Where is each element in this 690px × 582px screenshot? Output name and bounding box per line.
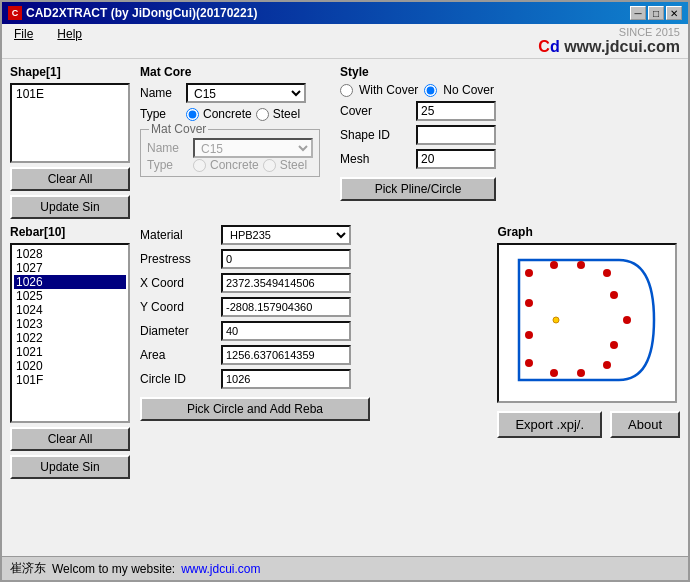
- shape-update-sin-button[interactable]: Update Sin: [10, 195, 130, 219]
- x-coord-input[interactable]: [221, 273, 351, 293]
- logo-since: SINCE 2015: [619, 26, 680, 38]
- rebar-dot-selected: [553, 317, 559, 323]
- mat-core-type-label: Type: [140, 107, 180, 121]
- logo-area: SINCE 2015 Cd www.jdcui.com: [538, 26, 680, 56]
- rebar-listbox[interactable]: 1028 1027 1026 1025 1024 1023 1022 1021 …: [10, 243, 130, 423]
- maximize-button[interactable]: □: [648, 6, 664, 20]
- window-controls: ─ □ ✕: [630, 6, 682, 20]
- style-group: Style With Cover No Cover Cover Shape ID: [340, 65, 496, 201]
- y-coord-input[interactable]: [221, 297, 351, 317]
- rebar-item-101F[interactable]: 101F: [14, 373, 126, 387]
- rebar-item-1028[interactable]: 1028: [14, 247, 126, 261]
- shape-listbox[interactable]: 101E: [10, 83, 130, 163]
- rebar-update-sin-button[interactable]: Update Sin: [10, 455, 130, 479]
- minimize-button[interactable]: ─: [630, 6, 646, 20]
- material-select[interactable]: HPB235: [221, 225, 351, 245]
- pick-circle-button[interactable]: Pick Circle and Add Reba: [140, 397, 370, 421]
- mat-core-name-row: Name C15: [140, 83, 320, 103]
- mat-cover-type-label: Type: [147, 158, 187, 172]
- style-no-cover-radio[interactable]: [424, 84, 437, 97]
- circle-id-row: Circle ID: [140, 369, 487, 389]
- style-with-cover-radio[interactable]: [340, 84, 353, 97]
- rebar-clear-all-button[interactable]: Clear All: [10, 427, 130, 451]
- app-icon: C: [8, 6, 22, 20]
- shape-id-label: Shape ID: [340, 128, 410, 142]
- mat-core-steel-radio[interactable]: [256, 108, 269, 121]
- menu-help[interactable]: Help: [53, 26, 86, 56]
- rebar-dot-2: [550, 261, 558, 269]
- style-label: Style: [340, 65, 496, 79]
- shape-id-input[interactable]: [416, 125, 496, 145]
- rebar-group: Rebar[10] 1028 1027 1026 1025 1024 1023 …: [10, 225, 130, 550]
- rebar-item-1020[interactable]: 1020: [14, 359, 126, 373]
- rebar-dot-6: [525, 331, 533, 339]
- mat-core-concrete-radio[interactable]: [186, 108, 199, 121]
- shape-group: Shape[1] 101E Clear All Update Sin: [10, 65, 130, 219]
- logo-d: d: [550, 38, 560, 55]
- cover-row: Cover: [340, 101, 496, 121]
- mat-section: Mat Core Name C15 Type Concrete Steel: [140, 65, 320, 177]
- rebar-item-1023[interactable]: 1023: [14, 317, 126, 331]
- area-label: Area: [140, 348, 215, 362]
- y-coord-label: Y Coord: [140, 300, 215, 314]
- mat-cover-concrete-radio: [193, 159, 206, 172]
- pick-pline-button[interactable]: Pick Pline/Circle: [340, 177, 496, 201]
- x-coord-row: X Coord: [140, 273, 487, 293]
- rebar-dot-3: [577, 261, 585, 269]
- mat-core-name-select[interactable]: C15: [186, 83, 306, 103]
- website-link[interactable]: www.jdcui.com: [181, 562, 260, 576]
- mat-core-steel-label: Steel: [273, 107, 300, 121]
- rebar-dot-9: [610, 341, 618, 349]
- mesh-input[interactable]: [416, 149, 496, 169]
- circle-id-label: Circle ID: [140, 372, 215, 386]
- menu-file[interactable]: File: [10, 26, 37, 56]
- prestress-input[interactable]: [221, 249, 351, 269]
- rebar-item-1021[interactable]: 1021: [14, 345, 126, 359]
- rebar-dot-12: [577, 369, 585, 377]
- mat-cover-concrete-label: Concrete: [210, 158, 259, 172]
- window-title: CAD2XTRACT (by JiDongCui)(20170221): [26, 6, 257, 20]
- rebar-item-1022[interactable]: 1022: [14, 331, 126, 345]
- author-text: 崔济东: [10, 560, 46, 577]
- main-content: Shape[1] 101E Clear All Update Sin Mat C…: [2, 59, 688, 556]
- title-bar-left: C CAD2XTRACT (by JiDongCui)(20170221): [8, 6, 257, 20]
- mat-cover-steel-label: Steel: [280, 158, 307, 172]
- shape-outline: [519, 260, 654, 380]
- rebar-item-1024[interactable]: 1024: [14, 303, 126, 317]
- logo-c: C: [538, 38, 550, 55]
- graph-canvas: [497, 243, 677, 403]
- x-coord-label: X Coord: [140, 276, 215, 290]
- cover-label: Cover: [340, 104, 410, 118]
- rebar-item-1026[interactable]: 1026: [14, 275, 126, 289]
- cover-fields: Cover Shape ID Mesh Pick Pline/Circle: [340, 101, 496, 201]
- y-coord-row: Y Coord: [140, 297, 487, 317]
- rebar-dot-4: [603, 269, 611, 277]
- rebar-item-1027[interactable]: 1027: [14, 261, 126, 275]
- cover-input[interactable]: [416, 101, 496, 121]
- about-button[interactable]: About: [610, 411, 680, 438]
- menu-bar: File Help SINCE 2015 Cd www.jdcui.com: [2, 24, 688, 59]
- mat-core-type-row: Type Concrete Steel: [140, 107, 320, 121]
- rebar-item-1025[interactable]: 1025: [14, 289, 126, 303]
- welcome-text: Welcom to my website:: [52, 562, 175, 576]
- close-button[interactable]: ✕: [666, 6, 682, 20]
- shape-id-row: Shape ID: [340, 125, 496, 145]
- rebar-group-label: Rebar[10]: [10, 225, 130, 239]
- mat-cover-name-label: Name: [147, 141, 187, 155]
- circle-id-input[interactable]: [221, 369, 351, 389]
- prestress-label: Prestress: [140, 252, 215, 266]
- mat-cover-type-row: Type Concrete Steel: [147, 158, 313, 172]
- diameter-input[interactable]: [221, 321, 351, 341]
- shape-listbox-item[interactable]: 101E: [14, 87, 126, 101]
- bottom-bar: 崔济东 Welcom to my website: www.jdcui.com: [2, 556, 688, 580]
- mesh-row: Mesh: [340, 149, 496, 169]
- export-button[interactable]: Export .xpj/.: [497, 411, 602, 438]
- shape-group-label: Shape[1]: [10, 65, 130, 79]
- prestress-row: Prestress: [140, 249, 487, 269]
- area-input[interactable]: [221, 345, 351, 365]
- rebar-dot-13: [603, 361, 611, 369]
- mat-core-concrete-label: Concrete: [203, 107, 252, 121]
- rebar-dot-8: [623, 316, 631, 324]
- shape-clear-all-button[interactable]: Clear All: [10, 167, 130, 191]
- mat-core-label: Mat Core: [140, 65, 320, 79]
